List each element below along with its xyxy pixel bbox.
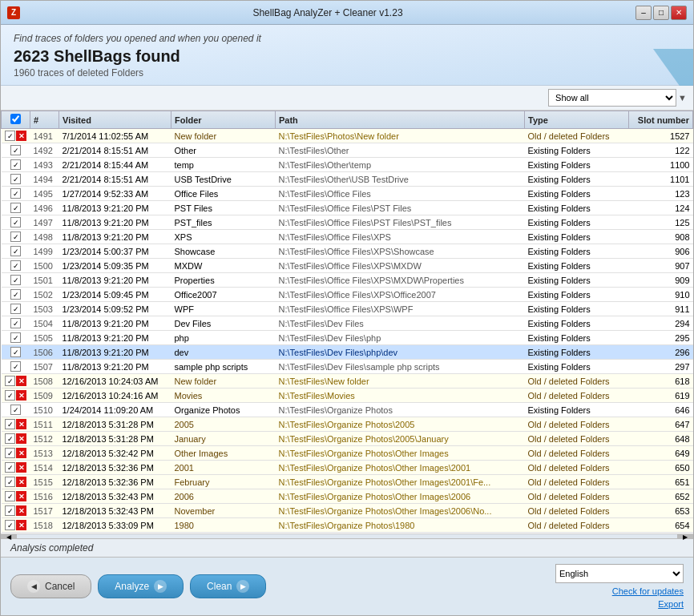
- table-row[interactable]: ✓14932/21/2014 8:15:44 AMtempN:\TestFile…: [2, 158, 693, 172]
- show-all-select[interactable]: Show all: [548, 89, 676, 107]
- row-checkbox[interactable]: ✓: [10, 275, 21, 285]
- row-check-cell[interactable]: ✓: [2, 316, 30, 331]
- table-row[interactable]: ✓14951/27/2014 9:52:33 AMOffice FilesN:\…: [2, 187, 693, 201]
- table-row[interactable]: ✓150411/8/2013 9:21:20 PMDev FilesN:\Tes…: [2, 316, 693, 331]
- row-check-cell[interactable]: ✓✕: [2, 374, 30, 389]
- row-checkbox[interactable]: ✓: [5, 433, 15, 444]
- row-check-cell[interactable]: ✓: [2, 215, 30, 230]
- horizontal-scrollbar[interactable]: ◀ ▶: [1, 533, 693, 538]
- row-check-cell[interactable]: ✓: [2, 403, 30, 417]
- row-checkbox[interactable]: ✓: [10, 347, 21, 357]
- clean-button[interactable]: Clean ▶: [190, 574, 266, 598]
- row-check-cell[interactable]: ✓✕: [2, 446, 30, 461]
- table-row[interactable]: ✓150611/8/2013 9:21:20 PMdevN:\TestFiles…: [2, 345, 693, 360]
- row-checkbox[interactable]: ✓: [10, 361, 21, 372]
- row-checkbox[interactable]: ✓: [5, 376, 15, 386]
- close-button[interactable]: ✕: [671, 6, 687, 20]
- row-checkbox[interactable]: ✓: [5, 390, 15, 401]
- row-checkbox[interactable]: ✓: [10, 145, 21, 155]
- row-checkbox[interactable]: ✓: [5, 477, 15, 487]
- table-row[interactable]: ✓150511/8/2013 9:21:20 PMphpN:\TestFiles…: [2, 331, 693, 345]
- col-header-visited[interactable]: Visited: [59, 111, 171, 129]
- col-header-slot[interactable]: Slot number: [629, 111, 693, 129]
- table-row[interactable]: ✓15001/23/2014 5:09:35 PMMXDWN:\TestFile…: [2, 259, 693, 273]
- table-row[interactable]: ✓14942/21/2014 8:15:51 AMUSB TestDriveN:…: [2, 172, 693, 187]
- table-row[interactable]: ✓15031/23/2014 5:09:52 PMWPFN:\TestFiles…: [2, 302, 693, 316]
- table-row[interactable]: ✓14991/23/2014 5:00:37 PMShowcaseN:\Test…: [2, 244, 693, 259]
- row-checkbox[interactable]: ✓: [10, 318, 21, 328]
- row-check-cell[interactable]: ✓✕: [2, 504, 30, 518]
- row-check-cell[interactable]: ✓✕: [2, 389, 30, 403]
- table-row[interactable]: ✓✕150912/16/2013 10:24:16 AMMoviesN:\Tes…: [2, 389, 693, 403]
- row-check-cell[interactable]: ✓: [2, 273, 30, 288]
- row-check-cell[interactable]: ✓✕: [2, 475, 30, 489]
- table-row[interactable]: ✓✕151112/18/2013 5:31:28 PM2005N:\TestFi…: [2, 417, 693, 432]
- row-check-cell[interactable]: ✓✕: [2, 432, 30, 446]
- table-row[interactable]: ✓149811/8/2013 9:21:20 PMXPSN:\TestFiles…: [2, 230, 693, 244]
- table-row[interactable]: ✓✕151412/18/2013 5:32:36 PM2001N:\TestFi…: [2, 461, 693, 475]
- col-header-path[interactable]: Path: [276, 111, 525, 129]
- table-row[interactable]: ✓✕151712/18/2013 5:32:43 PMNovemberN:\Te…: [2, 504, 693, 518]
- row-checkbox[interactable]: ✓: [10, 159, 21, 170]
- row-checkbox[interactable]: ✓: [10, 246, 21, 256]
- row-check-cell[interactable]: ✓: [2, 158, 30, 172]
- language-select[interactable]: English German French Spanish: [555, 564, 684, 583]
- row-checkbox[interactable]: ✓: [5, 462, 15, 473]
- row-check-cell[interactable]: ✓: [2, 244, 30, 259]
- row-checkbox[interactable]: ✓: [5, 419, 15, 429]
- export-link[interactable]: Export: [658, 599, 684, 609]
- row-checkbox[interactable]: ✓: [10, 405, 21, 415]
- row-check-cell[interactable]: ✓✕: [2, 417, 30, 432]
- maximize-button[interactable]: □: [653, 6, 669, 20]
- table-row[interactable]: ✓150711/8/2013 9:21:20 PMsample php scri…: [2, 360, 693, 374]
- minimize-button[interactable]: –: [635, 6, 652, 20]
- check-updates-link[interactable]: Check for updates: [612, 586, 684, 596]
- row-checkbox[interactable]: ✓: [5, 491, 15, 501]
- table-row[interactable]: ✓15101/24/2014 11:09:20 AMOrganize Photo…: [2, 403, 693, 417]
- row-checkbox[interactable]: ✓: [5, 505, 15, 516]
- table-row[interactable]: ✓14922/21/2014 8:15:51 AMOtherN:\TestFil…: [2, 143, 693, 158]
- scroll-right-btn[interactable]: ▶: [677, 534, 693, 539]
- row-checkbox[interactable]: ✓: [10, 289, 21, 300]
- analyze-button[interactable]: Analyze ▶: [98, 574, 184, 598]
- row-check-cell[interactable]: ✓✕: [2, 129, 30, 143]
- row-check-cell[interactable]: ✓: [2, 172, 30, 187]
- table-row[interactable]: ✓149711/8/2013 9:21:20 PMPST_filesN:\Tes…: [2, 215, 693, 230]
- table-row[interactable]: ✓✕151212/18/2013 5:31:28 PMJanuaryN:\Tes…: [2, 432, 693, 446]
- table-row[interactable]: ✓✕150812/16/2013 10:24:03 AMNew folderN:…: [2, 374, 693, 389]
- table-row[interactable]: ✓✕14917/1/2014 11:02:55 AMNew folderN:\T…: [2, 129, 693, 143]
- table-row[interactable]: ✓150111/8/2013 9:21:20 PMPropertiesN:\Te…: [2, 273, 693, 288]
- row-checkbox[interactable]: ✓: [10, 217, 21, 227]
- select-all-checkbox[interactable]: [10, 114, 21, 124]
- row-check-cell[interactable]: ✓: [2, 201, 30, 215]
- row-checkbox[interactable]: ✓: [10, 232, 21, 242]
- row-checkbox[interactable]: ✓: [5, 448, 15, 458]
- scroll-left-btn[interactable]: ◀: [1, 534, 17, 539]
- row-checkbox[interactable]: ✓: [5, 520, 15, 530]
- table-row[interactable]: ✓15021/23/2014 5:09:45 PMOffice2007N:\Te…: [2, 288, 693, 302]
- row-check-cell[interactable]: ✓: [2, 143, 30, 158]
- table-row[interactable]: ✓✕151512/18/2013 5:32:36 PMFebruaryN:\Te…: [2, 475, 693, 489]
- row-check-cell[interactable]: ✓✕: [2, 489, 30, 504]
- row-checkbox[interactable]: ✓: [10, 188, 21, 199]
- row-check-cell[interactable]: ✓: [2, 345, 30, 360]
- row-check-cell[interactable]: ✓: [2, 230, 30, 244]
- row-checkbox[interactable]: ✓: [10, 304, 21, 314]
- col-header-folder[interactable]: Folder: [171, 111, 276, 129]
- row-checkbox[interactable]: ✓: [10, 203, 21, 213]
- col-header-type[interactable]: Type: [525, 111, 629, 129]
- cancel-button[interactable]: ◀ Cancel: [10, 574, 91, 598]
- row-check-cell[interactable]: ✓: [2, 331, 30, 345]
- table-row[interactable]: ✓✕151812/18/2013 5:33:09 PM1980N:\TestFi…: [2, 518, 693, 533]
- table-row[interactable]: ✓149611/8/2013 9:21:20 PMPST FilesN:\Tes…: [2, 201, 693, 215]
- row-check-cell[interactable]: ✓: [2, 187, 30, 201]
- row-checkbox[interactable]: ✓: [5, 131, 15, 141]
- row-check-cell[interactable]: ✓: [2, 360, 30, 374]
- row-check-cell[interactable]: ✓: [2, 288, 30, 302]
- row-checkbox[interactable]: ✓: [10, 260, 21, 271]
- row-check-cell[interactable]: ✓: [2, 259, 30, 273]
- row-check-cell[interactable]: ✓✕: [2, 461, 30, 475]
- row-checkbox[interactable]: ✓: [10, 174, 21, 184]
- row-check-cell[interactable]: ✓: [2, 302, 30, 316]
- table-row[interactable]: ✓✕151612/18/2013 5:32:43 PM2006N:\TestFi…: [2, 489, 693, 504]
